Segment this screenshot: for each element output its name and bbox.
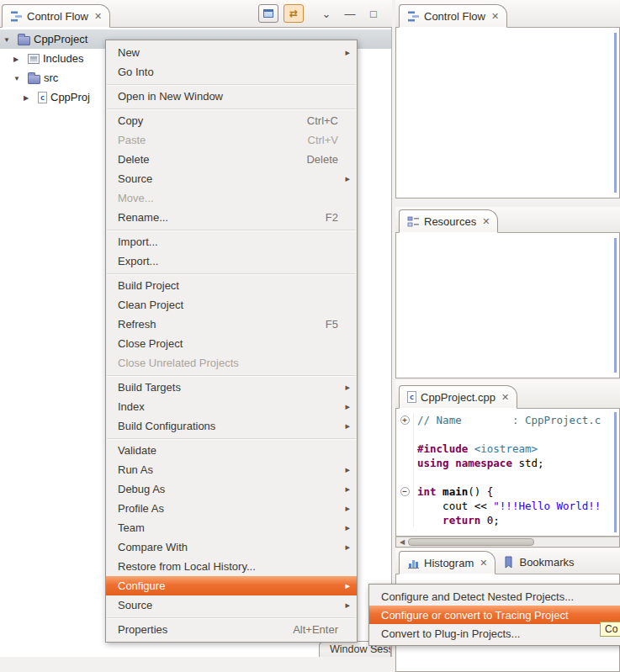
fold-margin	[396, 513, 414, 527]
menu-item-copy[interactable]: CopyCtrl+C	[106, 111, 357, 130]
view-toggle-button[interactable]	[258, 4, 278, 23]
scroll-left-button[interactable]: ◀	[396, 538, 408, 546]
code-token: <iostream>	[474, 442, 538, 456]
submenu-arrow-icon: ▸	[342, 484, 350, 495]
menu-item-build-configurations[interactable]: Build Configurations▸	[106, 416, 357, 436]
menu-item-validate[interactable]: Validate	[106, 441, 357, 460]
menu-item-configure-and-detect-nested-projects[interactable]: Configure and Detect Nested Projects...	[369, 587, 620, 606]
menu-separator	[107, 84, 356, 85]
resources-view-tab-bar: Resources ✕	[395, 207, 620, 233]
menu-item-shortcut: Ctrl+C	[307, 114, 338, 127]
context-menu: New▸Go IntoOpen in New WindowCopyCtrl+CP…	[105, 40, 358, 643]
close-icon[interactable]: ✕	[500, 392, 509, 403]
fold-margin: +	[396, 413, 414, 427]
menu-item-source[interactable]: Source▸	[106, 169, 357, 188]
close-icon[interactable]: ✕	[490, 11, 499, 22]
menu-item-import[interactable]: Import...	[106, 232, 357, 251]
menu-item-go-into[interactable]: Go Into	[106, 62, 357, 82]
menu-separator	[107, 375, 356, 376]
menu-item-label: Clean Project	[118, 299, 318, 311]
control-flow-view-content	[395, 28, 620, 198]
menu-item-label: Team	[118, 521, 318, 534]
menu-item-label: Export...	[118, 255, 318, 267]
tab-histogram[interactable]: Histogram ✕	[399, 551, 495, 574]
code-editor[interactable]: +// Name : CppProject.c#include <iostrea…	[396, 409, 619, 536]
horizontal-scrollbar[interactable]: ◀	[395, 537, 620, 548]
submenu-arrow-icon: ▸	[342, 600, 350, 611]
menu-item-clean-project[interactable]: Clean Project	[106, 295, 357, 315]
menu-item-delete[interactable]: DeleteDelete	[106, 150, 357, 169]
menu-item-shortcut: F5	[326, 318, 338, 331]
code-token: using	[417, 456, 449, 470]
fold-margin	[396, 456, 414, 470]
code-token: 0;	[480, 513, 500, 527]
tab-control-flow-right[interactable]: Control Flow ✕	[399, 4, 507, 28]
menu-item-open-in-new-window[interactable]: Open in New Window	[106, 87, 357, 106]
tree-item-label: src	[44, 71, 58, 84]
fold-expand-icon[interactable]: +	[400, 415, 410, 425]
menu-item-team[interactable]: Team▸	[106, 518, 357, 537]
code-line: +// Name : CppProject.c	[396, 413, 619, 427]
expander-icon[interactable]: ▶	[24, 94, 34, 102]
menu-item-label: Close Unrelated Projects	[118, 357, 318, 369]
submenu-arrow-icon: ▸	[342, 464, 350, 475]
submenu-arrow-icon: ▸	[342, 503, 350, 514]
scrollbar-thumb[interactable]	[408, 538, 534, 546]
code-token	[417, 513, 442, 527]
menu-item-index[interactable]: Index▸	[106, 397, 357, 416]
menu-item-build-targets[interactable]: Build Targets▸	[106, 378, 357, 397]
menu-item-convert-to-plug-in-projects[interactable]: Convert to Plug-in Projects...	[369, 624, 620, 643]
menu-item-shortcut: Delete	[306, 153, 338, 166]
menu-item-export[interactable]: Export...	[106, 251, 357, 271]
submenu-arrow-icon: ▸	[342, 542, 350, 553]
expander-icon[interactable]: ▶	[13, 56, 24, 63]
menu-item-compare-with[interactable]: Compare With▸	[106, 537, 357, 557]
menu-item-profile-as[interactable]: Profile As▸	[106, 499, 357, 518]
menu-item-label: Compare With	[118, 541, 318, 553]
menu-item-close-project[interactable]: Close Project	[106, 334, 357, 353]
code-token: cout <<	[417, 499, 493, 513]
menu-item-configure[interactable]: Configure▸	[106, 576, 357, 595]
code-token: namespace	[455, 456, 512, 470]
menu-item-label: Convert to Plug-in Projects...	[381, 627, 583, 640]
overview-ruler	[614, 412, 617, 532]
menu-item-rename[interactable]: Rename...F2	[106, 208, 357, 227]
menu-item-configure-or-convert-to-tracing-project[interactable]: Configure or convert to Tracing Project	[369, 606, 620, 624]
menu-item-debug-as[interactable]: Debug As▸	[106, 479, 357, 499]
view-menu-button[interactable]: ⌄	[318, 8, 335, 20]
tree-item-label: Includes	[43, 52, 83, 65]
menu-item-run-as[interactable]: Run As▸	[106, 460, 357, 479]
menu-item-restore-from-local-history[interactable]: Restore from Local History...	[106, 557, 357, 576]
menu-item-refresh[interactable]: RefreshF5	[106, 315, 357, 334]
menu-item-label: Build Project	[118, 279, 318, 292]
menu-item-shortcut: F2	[326, 211, 338, 224]
link-icon: ⇄	[289, 8, 298, 19]
code-line: #include <iostream>	[396, 442, 619, 456]
menu-item-label: Debug As	[118, 483, 318, 495]
menu-item-properties[interactable]: PropertiesAlt+Enter	[106, 620, 357, 639]
fold-margin	[396, 442, 414, 456]
tab-bookmarks[interactable]: Bookmarks	[495, 550, 580, 574]
close-icon[interactable]: ✕	[478, 558, 487, 569]
menu-separator	[107, 230, 356, 230]
fold-margin: −	[396, 484, 414, 499]
tab-control-flow-left[interactable]: Control Flow ✕	[2, 4, 110, 28]
menu-item-source-2[interactable]: Source▸	[106, 595, 357, 615]
close-icon[interactable]: ✕	[93, 11, 102, 22]
tab-resources[interactable]: Resources ✕	[399, 209, 498, 233]
expander-icon[interactable]: ▼	[13, 75, 24, 82]
tab-label: Control Flow	[27, 10, 88, 23]
tree-item-label: CppProj	[50, 91, 90, 103]
menu-item-label: Refresh	[118, 318, 305, 331]
maximize-button[interactable]: □	[365, 8, 382, 20]
close-icon[interactable]: ✕	[480, 216, 490, 227]
expander-icon[interactable]: ▼	[3, 36, 14, 44]
minimize-button[interactable]: —	[342, 8, 358, 20]
fold-collapse-icon[interactable]: −	[400, 487, 410, 496]
code-line: −int main() {	[396, 484, 619, 499]
link-with-editor-button[interactable]: ⇄	[284, 4, 304, 23]
code-token: std;	[512, 456, 544, 470]
menu-item-build-project[interactable]: Build Project	[106, 276, 357, 295]
menu-item-new[interactable]: New▸	[106, 43, 357, 62]
tab-cppproject-cpp[interactable]: c CppProject.cpp ✕	[399, 385, 517, 409]
